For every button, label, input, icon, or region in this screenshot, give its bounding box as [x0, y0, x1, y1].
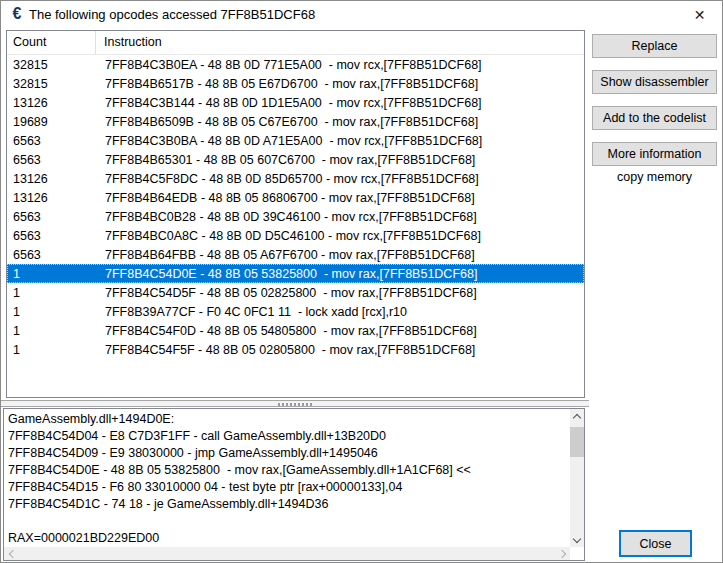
row-instruction: 7FF8B4C54F0D - 48 8B 05 54805800 - mov r… [96, 324, 477, 338]
disassembly-line: 7FF8B4C54D1C - 74 18 - je GameAssembly.d… [8, 496, 568, 513]
disassembly-text: GameAssembly.dll+1494D0E:7FF8B4C54D04 - … [8, 411, 568, 546]
row-instruction: 7FF8B4B65301 - 48 8B 05 607C6700 - mov r… [96, 153, 475, 167]
disassembly-line [8, 513, 568, 530]
chevron-up-icon [573, 414, 581, 422]
opcode-list[interactable]: Count Instruction 328157FF8B4C3B0EA - 48… [6, 30, 585, 398]
row-instruction: 7FF8B4BC0B28 - 48 8B 0D 39C46100 - mov r… [96, 210, 477, 224]
row-instruction: 7FF8B4C5F8DC - 48 8B 0D 85D65700 - mov r… [96, 172, 479, 186]
scroll-left-button[interactable] [4, 547, 19, 560]
table-row[interactable]: 65637FF8B4B64FBB - 48 8B 05 A67F6700 - m… [7, 245, 584, 264]
row-count: 32815 [7, 77, 96, 91]
row-count: 1 [7, 267, 96, 281]
table-row[interactable]: 328157FF8B4C3B0EA - 48 8B 0D 771E5A00 - … [7, 55, 584, 74]
close-icon: ✕ [694, 7, 706, 23]
row-instruction: 7FF8B4B64FBB - 48 8B 05 A67F6700 - mov r… [96, 248, 475, 262]
row-instruction: 7FF8B4B64EDB - 48 8B 05 86806700 - mov r… [96, 191, 475, 205]
disassembly-line: 7FF8B4C54D0E - 48 8B 05 53825800 - mov r… [8, 462, 568, 479]
row-count: 6563 [7, 210, 96, 224]
row-instruction: 7FF8B4B6509B - 48 8B 05 C67E6700 - mov r… [96, 115, 478, 129]
replace-button[interactable]: Replace [592, 34, 717, 58]
row-instruction: 7FF8B4C3B0BA - 48 8B 0D A71E5A00 - mov r… [96, 134, 482, 148]
table-row[interactable]: 65637FF8B4BC0A8C - 48 8B 0D D5C46100 - m… [7, 226, 584, 245]
column-header-instruction[interactable]: Instruction [96, 31, 162, 54]
row-count: 13126 [7, 96, 96, 110]
copy-memory-link[interactable]: copy memory [592, 170, 717, 184]
row-count: 6563 [7, 248, 96, 262]
opcodes-accessed-dialog: € The following opcodes accessed 7FF8B51… [0, 0, 723, 563]
close-window-button[interactable]: ✕ [677, 1, 722, 29]
row-count: 1 [7, 286, 96, 300]
vertical-scrollbar-thumb[interactable] [570, 427, 584, 457]
table-row[interactable]: 65637FF8B4C3B0BA - 48 8B 0D A71E5A00 - m… [7, 131, 584, 150]
chevron-left-icon [8, 549, 16, 557]
scroll-down-button[interactable] [570, 532, 584, 547]
cheat-engine-icon: € [8, 5, 26, 23]
row-count: 1 [7, 305, 96, 319]
splitter-grip-icon [278, 403, 312, 406]
row-instruction: 7FF8B39A77CF - F0 4C 0FC1 11 - lock xadd… [96, 305, 407, 319]
titlebar: € The following opcodes accessed 7FF8B51… [1, 1, 722, 29]
disassembly-line: 7FF8B4C54D15 - F6 80 33010000 04 - test … [8, 479, 568, 496]
chevron-right-icon [557, 549, 565, 557]
show-disassembler-button[interactable]: Show disassembler [592, 70, 717, 94]
row-count: 6563 [7, 153, 96, 167]
disassembly-panel: GameAssembly.dll+1494D0E:7FF8B4C54D04 - … [3, 408, 585, 561]
disassembly-line: RAX=0000021BD229ED00 [8, 530, 568, 546]
row-instruction: 7FF8B4C54D0E - 48 8B 05 53825800 - mov r… [96, 267, 477, 281]
row-instruction: 7FF8B4C3B0EA - 48 8B 0D 771E5A00 - mov r… [96, 58, 482, 72]
table-row[interactable]: 131267FF8B4C3B144 - 48 8B 0D 1D1E5A00 - … [7, 93, 584, 112]
table-row[interactable]: 131267FF8B4B64EDB - 48 8B 05 86806700 - … [7, 188, 584, 207]
row-instruction: 7FF8B4C3B144 - 48 8B 0D 1D1E5A00 - mov r… [96, 96, 482, 110]
disassembly-line: GameAssembly.dll+1494D0E: [8, 411, 568, 428]
window-title: The following opcodes accessed 7FF8B51DC… [29, 7, 315, 22]
row-instruction: 7FF8B4C54F5F - 48 8B 05 02805800 - mov r… [96, 343, 475, 357]
opcode-list-rows: 328157FF8B4C3B0EA - 48 8B 0D 771E5A00 - … [7, 55, 584, 359]
table-row[interactable]: 65637FF8B4B65301 - 48 8B 05 607C6700 - m… [7, 150, 584, 169]
row-count: 1 [7, 324, 96, 338]
row-instruction: 7FF8B4BC0A8C - 48 8B 0D D5C46100 - mov r… [96, 229, 481, 243]
column-header-count[interactable]: Count [7, 31, 96, 54]
opcode-list-header: Count Instruction [7, 31, 584, 55]
table-row[interactable]: 17FF8B4C54D5F - 48 8B 05 02825800 - mov … [7, 283, 584, 302]
table-row[interactable]: 17FF8B4C54F5F - 48 8B 05 02805800 - mov … [7, 340, 584, 359]
disassembly-vertical-scrollbar[interactable] [570, 409, 584, 547]
row-instruction: 7FF8B4B6517B - 48 8B 05 E67D6700 - mov r… [96, 77, 478, 91]
row-count: 6563 [7, 229, 96, 243]
close-button[interactable]: Close [619, 530, 692, 557]
table-row[interactable]: 328157FF8B4B6517B - 48 8B 05 E67D6700 - … [7, 74, 584, 93]
scroll-up-button[interactable] [570, 409, 584, 424]
scroll-right-button[interactable] [555, 547, 570, 560]
table-row[interactable]: 131267FF8B4C5F8DC - 48 8B 0D 85D65700 - … [7, 169, 584, 188]
table-row[interactable]: 196897FF8B4B6509B - 48 8B 05 C67E6700 - … [7, 112, 584, 131]
table-row[interactable]: 17FF8B39A77CF - F0 4C 0FC1 11 - lock xad… [7, 302, 584, 321]
row-count: 19689 [7, 115, 96, 129]
more-information-button[interactable]: More information [592, 142, 717, 166]
row-count: 32815 [7, 58, 96, 72]
disassembly-line: 7FF8B4C54D09 - E9 38030000 - jmp GameAss… [8, 445, 568, 462]
table-row[interactable]: 65637FF8B4BC0B28 - 48 8B 0D 39C46100 - m… [7, 207, 584, 226]
chevron-down-icon [573, 534, 581, 542]
add-to-codelist-button[interactable]: Add to the codelist [592, 106, 717, 130]
row-count: 13126 [7, 172, 96, 186]
row-count: 6563 [7, 134, 96, 148]
disassembly-line: 7FF8B4C54D04 - E8 C7D3F1FF - call GameAs… [8, 428, 568, 445]
row-count: 13126 [7, 191, 96, 205]
row-instruction: 7FF8B4C54D5F - 48 8B 05 02825800 - mov r… [96, 286, 477, 300]
table-row[interactable]: 17FF8B4C54F0D - 48 8B 05 54805800 - mov … [7, 321, 584, 340]
table-row[interactable]: 17FF8B4C54D0E - 48 8B 05 53825800 - mov … [7, 264, 584, 283]
disassembly-horizontal-scrollbar[interactable] [4, 547, 570, 560]
row-count: 1 [7, 343, 96, 357]
